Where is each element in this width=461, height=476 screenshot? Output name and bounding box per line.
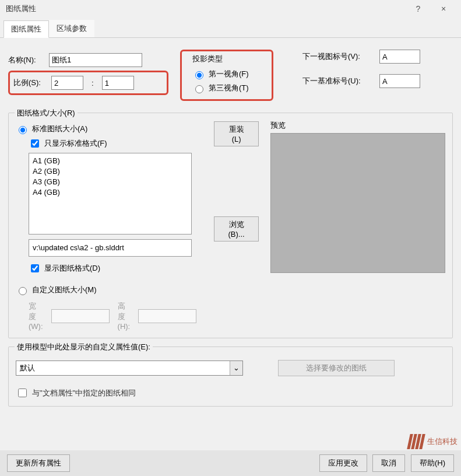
width-label: 宽度(W): xyxy=(29,301,43,331)
radio-standard-size[interactable] xyxy=(19,126,27,134)
combo-value: 默认 xyxy=(16,362,230,374)
scale-numerator-input[interactable] xyxy=(51,76,83,90)
scale-label: 比例(S): xyxy=(13,78,45,88)
list-item[interactable]: A3 (GB) xyxy=(33,177,188,187)
projection-group: 投影类型 第一视角(F) 第三视角(T) xyxy=(180,50,273,101)
titlebar: 图纸属性 ? × xyxy=(0,0,461,18)
browse-button[interactable]: 浏览(B)... xyxy=(214,216,259,242)
only-standard-label: 只显示标准格式(F) xyxy=(44,138,107,149)
list-item[interactable]: A2 (GB) xyxy=(33,166,188,177)
radio-custom-size[interactable] xyxy=(19,287,27,295)
update-all-button[interactable]: 更新所有属性 xyxy=(7,454,70,472)
next-datum-label: 下一基准标号(U): xyxy=(302,76,372,86)
projection-title: 投影类型 xyxy=(192,54,261,64)
same-as-doc-label: 与"文档属性"中指定的图纸相同 xyxy=(32,388,136,398)
watermark: 生信科技 xyxy=(409,434,458,449)
name-input[interactable] xyxy=(49,53,142,67)
format-group-title: 图纸格式/大小(R) xyxy=(15,108,78,118)
preview-box xyxy=(270,133,445,273)
window-title: 图纸属性 xyxy=(6,4,36,14)
scale-row: 比例(S): : xyxy=(8,71,168,95)
chk-same-as-doc[interactable] xyxy=(18,388,27,397)
help-icon[interactable]: ? xyxy=(406,4,430,13)
radio-third-angle[interactable] xyxy=(195,85,203,93)
next-view-label: 下一视图标号(V): xyxy=(302,51,372,62)
name-label: 名称(N): xyxy=(8,55,43,65)
help-button[interactable]: 帮助(H) xyxy=(411,454,454,472)
format-group: 图纸格式/大小(R) 标准图纸大小(A) 只显示标准格式(F) A1 (GB) … xyxy=(8,113,453,338)
height-input xyxy=(138,309,196,323)
preview-title: 预览 xyxy=(270,120,445,131)
select-sheet-button[interactable]: 选择要修改的图纸 xyxy=(278,360,395,376)
format-path[interactable]: v:\updated cs\a2 - gb.slddrt xyxy=(29,239,192,257)
tab-sheet-props[interactable]: 图纸属性 xyxy=(3,20,49,38)
third-angle-label: 第三视角(T) xyxy=(209,83,249,93)
chk-show-format[interactable] xyxy=(31,264,39,272)
list-item[interactable]: A1 (GB) xyxy=(33,156,188,166)
chevron-down-icon[interactable]: ⌄ xyxy=(230,361,242,375)
radio-first-angle[interactable] xyxy=(195,71,203,79)
custom-props-label: 使用模型中此处显示的自定义属性值(E): xyxy=(15,342,153,352)
custom-size-label: 自定义图纸大小(M) xyxy=(32,285,97,295)
footer: 更新所有属性 应用更改 取消 帮助(H) xyxy=(0,450,461,476)
apply-button[interactable]: 应用更改 xyxy=(319,454,367,472)
close-icon[interactable]: × xyxy=(432,4,455,13)
cancel-button[interactable]: 取消 xyxy=(372,454,405,472)
list-item[interactable]: A4 (GB) xyxy=(33,187,188,198)
standard-size-label: 标准图纸大小(A) xyxy=(32,124,87,134)
size-listbox[interactable]: A1 (GB) A2 (GB) A3 (GB) A4 (GB) xyxy=(29,153,192,235)
scale-denominator-input[interactable] xyxy=(102,76,134,90)
height-label: 高度(H): xyxy=(118,301,131,331)
custom-props-group: 使用模型中此处显示的自定义属性值(E): 默认 ⌄ 选择要修改的图纸 与"文档属… xyxy=(8,346,453,407)
reload-button[interactable]: 重装(L) xyxy=(214,121,259,146)
next-view-input[interactable] xyxy=(379,50,420,64)
first-angle-label: 第一视角(F) xyxy=(209,69,249,79)
show-format-label: 显示图纸格式(D) xyxy=(44,263,100,274)
scale-colon: : xyxy=(89,79,96,88)
chk-only-standard[interactable] xyxy=(31,139,39,148)
tab-zone-params[interactable]: 区域参数 xyxy=(49,20,94,37)
next-datum-input[interactable] xyxy=(379,74,420,88)
width-input xyxy=(51,309,110,323)
custom-props-combo[interactable]: 默认 ⌄ xyxy=(16,360,243,376)
tab-bar: 图纸属性 区域参数 xyxy=(0,20,461,38)
